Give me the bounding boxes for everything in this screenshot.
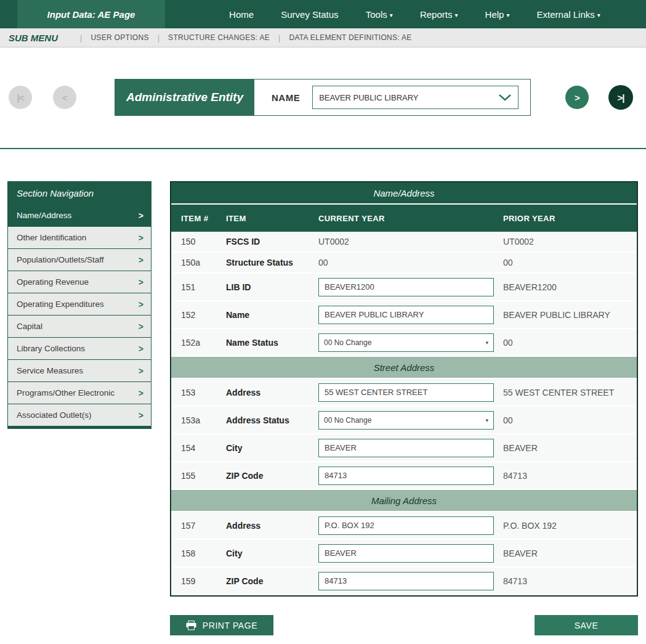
sidebar-item-label: Associated Outlet(s) bbox=[17, 410, 92, 420]
sidebar-item-label: Programs/Other Electronic bbox=[17, 388, 115, 397]
data-table: Name/Address ITEM # ITEM CURRENT YEAR PR… bbox=[170, 181, 638, 597]
chevron-right-icon: > bbox=[139, 255, 143, 265]
last-record-icon: >| bbox=[618, 92, 624, 103]
table-row-152a: 152aName Status00 No Change▾00 bbox=[171, 329, 637, 357]
sidebar-item-other-identification[interactable]: Other Identification> bbox=[8, 226, 151, 248]
item-label: Name Status bbox=[226, 338, 318, 348]
section-header-label: Mailing Address bbox=[371, 495, 437, 506]
chevron-down-icon bbox=[498, 94, 512, 101]
item-number: 153a bbox=[181, 415, 226, 425]
sidebar-item-operating-expenditures[interactable]: Operating Expenditures> bbox=[8, 293, 151, 315]
address-input[interactable] bbox=[318, 383, 494, 402]
sidebar-item-library-collections[interactable]: Library Collections> bbox=[8, 337, 151, 359]
item-label: Address Status bbox=[226, 415, 318, 425]
prior-year-value: 84713 bbox=[503, 471, 637, 481]
lib-id-input[interactable] bbox=[318, 278, 494, 296]
selected-option-label: 00 No Change bbox=[324, 338, 485, 347]
name-input[interactable] bbox=[318, 306, 494, 324]
prior-year-value: 55 WEST CENTER STREET bbox=[503, 388, 637, 397]
topnav-item-help[interactable]: Help▾ bbox=[485, 9, 510, 20]
topnav-item-tools[interactable]: Tools▾ bbox=[366, 9, 393, 20]
topnav-item-label: Reports bbox=[420, 9, 453, 20]
chevron-right-icon: > bbox=[139, 322, 143, 332]
sidebar-item-programs-other-electronic[interactable]: Programs/Other Electronic> bbox=[8, 381, 151, 404]
sidebar-item-population-outlets-staff[interactable]: Population/Outlets/Staff> bbox=[8, 248, 151, 271]
topnav-item-label: Survey Status bbox=[281, 9, 338, 20]
last-record-button[interactable]: >| bbox=[608, 85, 633, 110]
sidebar-item-capital[interactable]: Capital> bbox=[8, 315, 151, 337]
section-navigation-title: Section Navigation bbox=[8, 182, 151, 204]
sidebar-item-associated-outlet-s[interactable]: Associated Outlet(s)> bbox=[8, 404, 151, 426]
zip-code-input[interactable] bbox=[318, 572, 494, 590]
next-record-button[interactable]: > bbox=[565, 86, 589, 109]
sidebar-item-label: Service Measures bbox=[17, 366, 83, 375]
table-row-153a: 153aAddress Status00 No Change▾00 bbox=[171, 407, 637, 434]
sidebar-item-label: Operating Revenue bbox=[17, 277, 89, 287]
first-record-icon: |< bbox=[17, 92, 24, 103]
topnav-item-survey-status[interactable]: Survey Status bbox=[281, 9, 338, 20]
table-row-152: 152NameBEAVER PUBLIC LIBRARY bbox=[171, 301, 637, 329]
printer-icon bbox=[186, 621, 196, 630]
sidebar-item-label: Name/Address bbox=[17, 211, 71, 220]
chevron-down-icon: ▾ bbox=[506, 12, 509, 18]
sidebar-item-name-address[interactable]: Name/Address> bbox=[8, 204, 151, 226]
chevron-right-icon: > bbox=[139, 388, 143, 398]
topnav-item-label: Home bbox=[229, 9, 254, 20]
item-label: ZIP Code bbox=[226, 576, 318, 586]
city-input[interactable] bbox=[318, 439, 494, 457]
address-input[interactable] bbox=[318, 516, 494, 535]
print-page-button[interactable]: PRINT PAGE bbox=[170, 615, 273, 635]
address-status-select[interactable]: 00 No Change▾ bbox=[318, 411, 494, 430]
submenu-items: |USER OPTIONS|STRUCTURE CHANGES: AE|DATA… bbox=[71, 33, 412, 43]
submenu-bar: SUB MENU |USER OPTIONS|STRUCTURE CHANGES… bbox=[0, 28, 646, 47]
item-label: LIB ID bbox=[226, 282, 318, 292]
item-label: Structure Status bbox=[226, 258, 318, 267]
item-number: 154 bbox=[181, 443, 226, 453]
name-status-select[interactable]: 00 No Change▾ bbox=[318, 333, 494, 352]
table-row-155: 155ZIP Code84713 bbox=[171, 462, 637, 490]
save-label: SAVE bbox=[575, 621, 599, 630]
submenu-item-data-element-definitions-ae[interactable]: DATA ELEMENT DEFINITIONS: AE bbox=[289, 33, 411, 42]
first-record-button[interactable]: |< bbox=[9, 86, 32, 109]
sidebar-item-operating-revenue[interactable]: Operating Revenue> bbox=[8, 271, 151, 293]
sidebar-item-label: Population/Outlets/Staff bbox=[17, 255, 104, 264]
page: Input Data: AE Page HomeSurvey StatusToo… bbox=[0, 0, 646, 644]
table-row-157: 157AddressP.O. BOX 192 bbox=[171, 512, 637, 540]
save-button[interactable]: SAVE bbox=[535, 615, 638, 635]
next-record-icon: > bbox=[575, 92, 579, 103]
prior-year-value: BEAVER1200 bbox=[503, 282, 637, 292]
topnav-item-home[interactable]: Home bbox=[229, 9, 254, 20]
section-header-label: Street Address bbox=[374, 362, 435, 373]
submenu-item-structure-changes-ae[interactable]: STRUCTURE CHANGES: AE bbox=[168, 33, 270, 42]
section-navigation-items: Name/Address>Other Identification>Popula… bbox=[8, 204, 151, 426]
submenu-separator: | bbox=[80, 33, 82, 43]
submenu-item-user-options[interactable]: USER OPTIONS bbox=[91, 33, 148, 42]
column-header-item: ITEM bbox=[226, 214, 318, 223]
entity-name-select[interactable]: BEAVER PUBLIC LIBRARY bbox=[312, 86, 519, 109]
chevron-right-icon: > bbox=[139, 211, 143, 221]
top-navigation: Input Data: AE Page HomeSurvey StatusToo… bbox=[0, 0, 646, 28]
sidebar-item-service-measures[interactable]: Service Measures> bbox=[8, 359, 151, 381]
prev-record-button[interactable]: < bbox=[53, 86, 76, 109]
current-year-value: 00 bbox=[318, 258, 503, 267]
item-label: Address bbox=[226, 388, 318, 397]
item-number: 159 bbox=[181, 576, 226, 586]
entity-name-label: NAME bbox=[272, 92, 300, 103]
column-header-item-num: ITEM # bbox=[181, 214, 226, 223]
table-column-headers: ITEM # ITEM CURRENT YEAR PRIOR YEAR bbox=[171, 205, 637, 232]
prior-year-value: BEAVER bbox=[503, 548, 637, 558]
table-row-151: 151LIB IDBEAVER1200 bbox=[171, 274, 637, 301]
topnav-item-external-links[interactable]: External Links▾ bbox=[537, 9, 600, 20]
entity-title: Administrative Entity bbox=[115, 79, 254, 115]
topnav-item-reports[interactable]: Reports▾ bbox=[420, 9, 458, 20]
column-header-prior-year: PRIOR YEAR bbox=[503, 214, 637, 223]
print-page-label: PRINT PAGE bbox=[203, 621, 258, 630]
entity-name-selected-value: BEAVER PUBLIC LIBRARY bbox=[319, 93, 498, 102]
prev-record-icon: < bbox=[62, 92, 67, 103]
zip-code-input[interactable] bbox=[318, 467, 494, 485]
prior-year-value: UT0002 bbox=[503, 237, 637, 247]
chevron-down-icon: ▾ bbox=[485, 340, 488, 346]
city-input[interactable] bbox=[318, 544, 494, 563]
prior-year-value: 00 bbox=[503, 258, 637, 267]
active-page-tab[interactable]: Input Data: AE Page bbox=[17, 0, 165, 28]
